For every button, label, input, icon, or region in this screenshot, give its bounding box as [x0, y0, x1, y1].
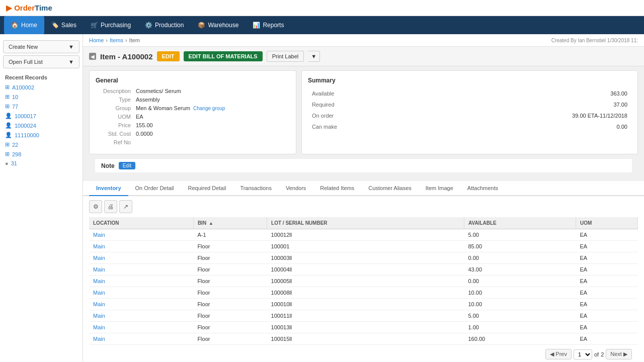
sidebar-record-1000017[interactable]: 👤 1000017	[0, 111, 83, 121]
tab-on-order-detail[interactable]: On Order Detail	[128, 181, 181, 196]
cell-location[interactable]: Main	[89, 299, 193, 310]
cell-lot: 100015ll	[267, 333, 464, 345]
print-icon[interactable]: 🖨	[104, 200, 117, 213]
record-circle-icon: ●	[5, 160, 9, 166]
cell-location[interactable]: Main	[89, 276, 193, 287]
nav-bar: 🏠 Home 🏷️ Sales 🛒 Purchasing ⚙️ Producti…	[0, 16, 644, 34]
print-label-button[interactable]: Print Label	[267, 51, 304, 62]
tab-required-detail[interactable]: Required Detail	[181, 181, 233, 196]
tab-transactions[interactable]: Transactions	[233, 181, 279, 196]
cell-location[interactable]: Main	[89, 252, 193, 264]
nav-reports[interactable]: 📊 Reports	[246, 16, 291, 34]
note-edit-button[interactable]: Edit	[119, 162, 135, 169]
general-box: General Description Cosmetics/ Serum Typ…	[89, 70, 296, 154]
breadcrumb: Home › Items › Item Created By Ian Berns…	[83, 34, 644, 47]
field-ref-no: Ref No	[96, 139, 290, 145]
cell-location[interactable]: Main	[89, 322, 193, 333]
create-new-button[interactable]: Create New ▼	[3, 40, 79, 53]
sidebar-record-10[interactable]: ⊞ 10	[0, 92, 83, 102]
col-location: LOCATION	[89, 217, 193, 229]
cell-uom: EA	[576, 287, 637, 299]
cell-bin: Floor	[193, 322, 267, 333]
logo-order: Order	[14, 4, 35, 12]
sales-icon: 🏷️	[51, 22, 59, 29]
export-icon[interactable]: ↗	[119, 200, 132, 213]
record-grid-icon: ⊞	[5, 94, 10, 100]
change-group-link[interactable]: Change group	[193, 106, 225, 111]
tab-item-image[interactable]: Item Image	[419, 181, 460, 196]
table-row: Main Floor 100003ll 0.00 EA	[89, 252, 638, 264]
tab-inventory[interactable]: Inventory	[89, 181, 128, 196]
cell-lot: 100001	[267, 241, 464, 252]
table-row: Main Floor 100008ll 10.00 EA	[89, 287, 638, 299]
table-row: Main Floor 100004ll 43.00 EA	[89, 264, 638, 276]
cell-available: 0.00	[464, 276, 576, 287]
cell-location[interactable]: Main	[89, 310, 193, 322]
field-group: Group Men & Woman Serum Change group	[96, 105, 290, 111]
open-full-list-button[interactable]: Open Full List ▼	[3, 55, 79, 68]
sidebar-record-31[interactable]: ● 31	[0, 159, 83, 168]
next-button[interactable]: Next ▶	[606, 349, 632, 359]
cell-bin: Floor	[193, 252, 267, 264]
edit-button[interactable]: EDIT	[157, 51, 180, 61]
page-header: ◀ Item - A100002 EDIT EDIT BILL OF MATER…	[83, 47, 644, 66]
nav-warehouse[interactable]: 📦 Warehouse	[191, 16, 246, 34]
cell-uom: EA	[576, 276, 637, 287]
tab-related-items[interactable]: Related Items	[313, 181, 361, 196]
cell-location[interactable]: Main	[89, 287, 193, 299]
cell-location[interactable]: Main	[89, 229, 193, 241]
nav-home[interactable]: 🏠 Home	[4, 16, 44, 34]
col-bin[interactable]: BIN ▲	[193, 217, 267, 229]
cell-location[interactable]: Main	[89, 333, 193, 345]
tab-customer-aliases[interactable]: Customer Aliases	[361, 181, 419, 196]
print-label-dropdown-button[interactable]: ▼	[308, 51, 320, 62]
collapse-button[interactable]: ◀	[89, 53, 96, 60]
table-row: Main Floor 100001 85.00 EA	[89, 241, 638, 252]
record-grid-icon: ⊞	[5, 84, 10, 90]
breadcrumb-links: Home › Items › Item	[89, 37, 140, 43]
cell-location[interactable]: Main	[89, 241, 193, 252]
nav-purchasing[interactable]: 🛒 Purchasing	[84, 16, 138, 34]
breadcrumb-items[interactable]: Items	[110, 37, 123, 43]
inventory-section: ⚙ 🖨 ↗ LOCATION BIN ▲ LOT / SERIAL NUMBER…	[83, 196, 644, 362]
nav-production[interactable]: ⚙️ Production	[138, 16, 191, 34]
sidebar-record-298[interactable]: ⊞ 298	[0, 149, 83, 159]
nav-sales[interactable]: 🏷️ Sales	[44, 16, 84, 34]
cell-lot: 100004ll	[267, 264, 464, 276]
general-title: General	[96, 77, 290, 84]
edit-bom-button[interactable]: EDIT BILL OF MATERIALS	[184, 51, 263, 61]
logo: ▶ OrderTime	[6, 4, 52, 13]
record-person-icon: 👤	[5, 122, 12, 129]
content-wrapper: Create New ▼ Open Full List ▼ Recent Rec…	[0, 34, 644, 362]
settings-icon[interactable]: ⚙	[89, 200, 102, 213]
sidebar-record-A100002[interactable]: ⊞ A100002	[0, 82, 83, 92]
page-select[interactable]: 1 2	[574, 349, 592, 359]
prev-button[interactable]: ◀ Prev	[545, 349, 572, 359]
note-section-wrapper: Note Edit	[83, 158, 644, 181]
cell-bin: Floor	[193, 333, 267, 345]
record-grid-icon: ⊞	[5, 151, 10, 157]
page-title: Item - A100002	[100, 52, 153, 61]
record-grid-icon: ⊞	[5, 141, 10, 148]
cell-location[interactable]: Main	[89, 264, 193, 276]
cell-available: 85.00	[464, 241, 576, 252]
sidebar-record-11110000[interactable]: 👤 11110000	[0, 130, 83, 140]
summary-available-row: Available 363.00	[308, 88, 631, 99]
tab-vendors[interactable]: Vendors	[279, 181, 313, 196]
cell-bin: Floor	[193, 276, 267, 287]
col-uom: UOM	[576, 217, 637, 229]
sidebar-record-22[interactable]: ⊞ 22	[0, 140, 83, 149]
field-uom: UOM EA	[96, 114, 290, 120]
sidebar-record-1000024[interactable]: 👤 1000024	[0, 121, 83, 130]
pagination: ◀ Prev 1 2 of 2 Next ▶	[89, 345, 638, 362]
tab-attachments[interactable]: Attachments	[460, 181, 505, 196]
field-price: Price 155.00	[96, 122, 290, 128]
total-pages: 2	[601, 351, 604, 357]
summary-title: Summary	[308, 77, 631, 84]
cell-uom: EA	[576, 310, 637, 322]
cell-lot: 100010ll	[267, 299, 464, 310]
breadcrumb-home[interactable]: Home	[89, 37, 104, 43]
sidebar-record-77[interactable]: ⊞ 77	[0, 102, 83, 111]
field-std-cost: Std. Cost 0.0000	[96, 131, 290, 137]
summary-table: Available 363.00 Required 37.00 On order…	[308, 88, 631, 132]
